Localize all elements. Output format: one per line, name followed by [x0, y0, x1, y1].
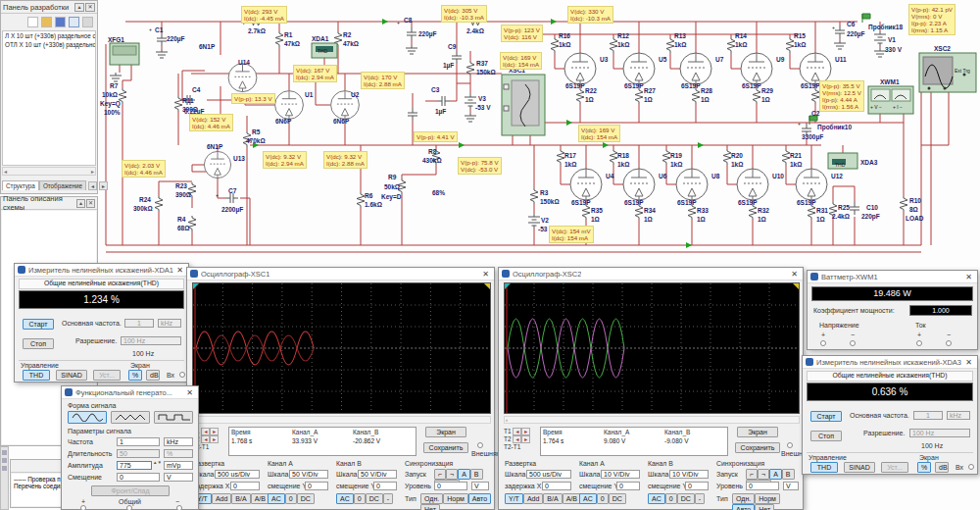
add-button[interactable]: Add [212, 493, 231, 504]
channel-a-scale-field[interactable]: 50 V/Div [289, 470, 328, 479]
t1-right-button[interactable]: ► [521, 428, 530, 435]
ba-button[interactable]: B/A [231, 493, 250, 504]
a-ac-button[interactable]: AC [579, 493, 597, 504]
add-button[interactable]: Add [523, 493, 543, 504]
trigger-b-button[interactable]: B [782, 469, 795, 480]
b-zero-button[interactable]: 0 [354, 493, 366, 504]
square-wave-button[interactable] [154, 411, 193, 424]
design-list-item[interactable]: Л X 10 шт (+330в) раздельное ск [3, 31, 95, 40]
fg-titlebar[interactable]: Функциональный генерато...✕ [62, 386, 198, 399]
auto-button[interactable]: Авто [468, 493, 491, 504]
a-dc-button[interactable]: DC [297, 493, 315, 504]
tabs-scroll-left[interactable]: ◂ [88, 181, 97, 190]
resolution-dropdown[interactable]: 100 Hz [909, 429, 970, 437]
settings-button[interactable]: Уст... [881, 462, 908, 473]
ba-button[interactable]: B/A [543, 493, 562, 504]
b-ac-button[interactable]: AC [648, 493, 665, 504]
xsc1-screen[interactable] [192, 282, 491, 414]
window-icon[interactable] [69, 17, 79, 27]
db-button[interactable]: dB [935, 462, 949, 473]
normal-button[interactable]: Норм [755, 493, 780, 504]
amplitude-unit[interactable]: mVp [164, 461, 193, 470]
none-button[interactable]: Нет [755, 504, 774, 510]
percent-button[interactable]: % [128, 370, 142, 381]
a-dc-button[interactable]: DC [609, 493, 626, 504]
t1-right-button[interactable]: ► [210, 428, 219, 435]
t2-right-button[interactable]: ► [521, 435, 530, 443]
left-tab-strip[interactable] [0, 446, 9, 510]
xda3-titlebar[interactable]: Измеритель нелинейных искажений-XDA3✕ [803, 356, 977, 369]
timebase-scale-field[interactable]: 500 us/Div [526, 470, 571, 479]
t1-left-button[interactable]: ◄ [201, 428, 210, 435]
amplitude-spinner[interactable]: ▲▼ [153, 461, 162, 465]
edge-button[interactable]: Фронт/Спад [91, 485, 170, 496]
open-file-icon[interactable] [41, 17, 52, 27]
close-icon[interactable]: ✕ [963, 273, 974, 281]
channel-b-offset-field[interactable]: 0 [373, 482, 397, 490]
single-button[interactable]: Одн. [420, 493, 443, 504]
xda1-titlebar[interactable]: Измеритель нелинейных искажений-XDA1✕ [15, 264, 188, 277]
b-dc-button[interactable]: DC [677, 493, 695, 504]
trigger-a-button[interactable]: A [769, 469, 782, 480]
yt-button[interactable]: Y/T [505, 493, 523, 504]
edge-falling-button[interactable]: ¬ [446, 469, 458, 480]
ext-trigger-terminal[interactable] [477, 442, 483, 448]
close-icon[interactable]: ✕ [963, 358, 974, 367]
fundamental-freq-field[interactable]: 1 [913, 411, 943, 420]
fundamental-freq-field[interactable]: 1 [124, 319, 154, 328]
edge-falling-button[interactable]: ¬ [758, 469, 769, 480]
plus-terminal[interactable] [80, 505, 86, 510]
design-list-item[interactable]: ОТЛ X 10 шт (+330в) раздельно [3, 40, 95, 49]
resolution-dropdown[interactable]: 100 Hz [121, 336, 181, 345]
tab-structure[interactable]: Структура [2, 180, 39, 190]
a-zero-button[interactable]: 0 [597, 493, 609, 504]
channel-b-scale-field[interactable]: 50 V/Div [358, 470, 397, 479]
auto-button[interactable]: Авто [732, 504, 755, 510]
voltage-plus-terminal[interactable] [820, 340, 826, 346]
reverse-button[interactable]: Экран [737, 427, 778, 437]
settings-button[interactable]: Уст... [93, 370, 121, 381]
trigger-level-unit[interactable]: V [471, 482, 489, 490]
sinad-mode-button[interactable]: SINAD [56, 370, 87, 381]
voltage-minus-terminal[interactable] [850, 340, 856, 346]
db-button[interactable]: dB [146, 370, 160, 381]
panel-minimize-button[interactable]: ▴ [74, 3, 84, 12]
offset-unit[interactable]: V [164, 473, 193, 482]
minus-terminal[interactable] [176, 505, 182, 510]
b-ac-button[interactable]: AC [336, 493, 354, 504]
reverse-button[interactable]: Экран [425, 427, 466, 437]
input-terminal[interactable] [179, 372, 185, 378]
trigger-level-field[interactable]: 0 [434, 482, 467, 490]
stop-button[interactable]: Стоп [810, 431, 842, 441]
channel-a-offset-field[interactable]: 0 [616, 482, 640, 490]
t2-left-button[interactable]: ◄ [201, 435, 210, 443]
none-button[interactable]: Нет [420, 504, 440, 510]
b-invert-button[interactable]: - [383, 493, 393, 504]
normal-button[interactable]: Норм [443, 493, 468, 504]
xsc1-scrollbar[interactable]: ‹ [192, 416, 491, 424]
current-plus-terminal[interactable] [916, 340, 922, 346]
channel-a-scale-field[interactable]: 10 V/Div [601, 470, 640, 479]
xsc2-titlebar[interactable]: Осциллограф-XSC2✕ [499, 268, 803, 280]
b-zero-button[interactable]: 0 [665, 493, 677, 504]
offset-field[interactable]: 0 [117, 473, 160, 482]
thd-mode-button[interactable]: THD [23, 370, 50, 381]
t1-left-button[interactable]: ◄ [513, 428, 521, 435]
a-ac-button[interactable]: AC [268, 493, 285, 504]
percent-button[interactable]: % [917, 462, 931, 473]
channel-b-offset-field[interactable]: 0 [685, 482, 709, 490]
sine-wave-button[interactable] [68, 411, 107, 424]
input-terminal[interactable] [968, 464, 974, 470]
thd-mode-button[interactable]: THD [810, 462, 838, 473]
xdelay-field[interactable]: 0 [542, 482, 571, 490]
ext-trigger-terminal[interactable] [787, 442, 793, 448]
close-icon[interactable]: ✕ [174, 266, 185, 275]
channel-a-offset-field[interactable]: 0 [305, 482, 328, 490]
trigger-level-field[interactable]: 0 [746, 482, 779, 490]
panel-close-button[interactable]: ✕ [86, 199, 95, 208]
sinad-mode-button[interactable]: SINAD [844, 462, 875, 473]
b-invert-button[interactable]: - [695, 493, 705, 504]
start-button[interactable]: Старт [23, 319, 54, 330]
close-icon[interactable]: ✕ [480, 270, 491, 279]
panel-close-button[interactable]: ✕ [85, 3, 95, 12]
